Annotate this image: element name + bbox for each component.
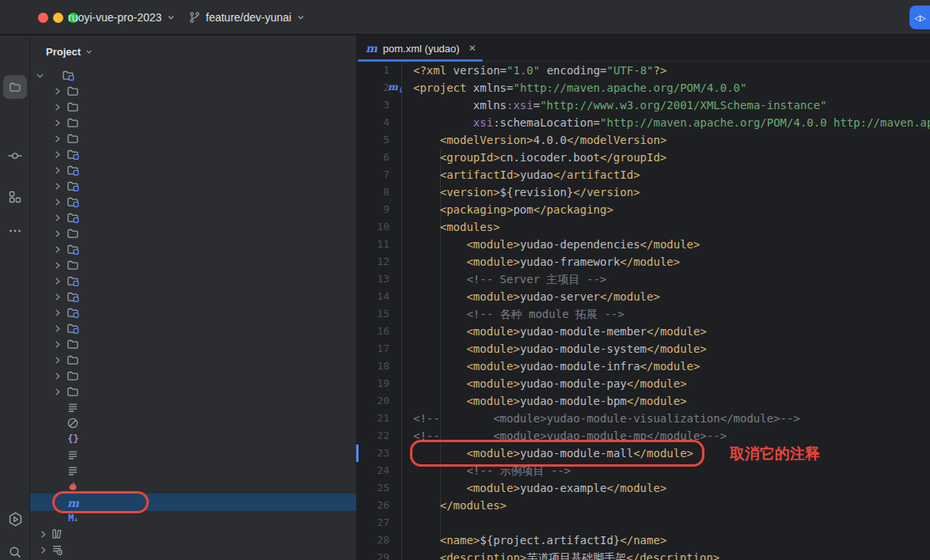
chevron-collapsed-icon[interactable] xyxy=(52,244,63,255)
code-line-7[interactable]: <artifactId>yudao</artifactId> xyxy=(413,166,640,184)
run-tool-icon[interactable] xyxy=(3,507,27,531)
tab-pom-xml[interactable]: m pom.xml (yudao) ✕ xyxy=(358,35,484,62)
tree-item-yudao-module-visualization[interactable] xyxy=(30,305,356,320)
code-line-11[interactable]: <module>yudao-dependencies</module> xyxy=(413,236,700,253)
tree-item-yudao-framework[interactable] xyxy=(30,178,356,194)
code-line-19[interactable]: <module>yudao-module-pay</module> xyxy=(413,375,687,392)
tree-item-yudao-module-bpm[interactable] xyxy=(30,194,356,210)
chevron-collapsed-icon[interactable] xyxy=(38,529,48,539)
code-line-2[interactable]: <project xmlns="http://maven.apache.org/… xyxy=(413,79,746,96)
tree-item-yudao-dependencies[interactable] xyxy=(30,146,356,162)
tree-item-external-libraries[interactable] xyxy=(30,526,356,542)
tree-item-pom-xml[interactable]: m xyxy=(30,494,356,511)
tree-item-bin[interactable] xyxy=(30,115,356,131)
code-line-6[interactable]: <groupId>cn.iocoder.boot</groupId> xyxy=(413,149,666,166)
chevron-collapsed-icon[interactable] xyxy=(52,292,63,302)
chevron-collapsed-icon[interactable] xyxy=(52,260,63,271)
chevron-collapsed-icon[interactable] xyxy=(52,102,63,112)
code-line-12[interactable]: <module>yudao-framework</module> xyxy=(413,253,680,271)
code-line-13[interactable]: <!-- Server 主项目 --> xyxy=(413,271,606,288)
chevron-collapsed-icon[interactable] xyxy=(52,371,63,381)
code-line-10[interactable]: <modules> xyxy=(413,218,500,236)
tree-item-gitignore[interactable] xyxy=(30,415,356,431)
more-tools-icon[interactable] xyxy=(3,219,27,243)
chevron-collapsed-icon[interactable] xyxy=(52,324,63,334)
code-line-14[interactable]: <module>yudao-server</module> xyxy=(413,288,660,305)
tree-item-yudao-ui-app[interactable] xyxy=(30,384,356,399)
code-line-9[interactable]: <packaging>pom</packaging> xyxy=(413,201,613,218)
code-line-29[interactable]: <description>芋道项目基础脚手架</description> xyxy=(413,549,719,560)
tree-item-readme-md[interactable]: M↓ xyxy=(30,510,356,526)
tree-item-gitattributes[interactable] xyxy=(30,399,356,415)
code-line-16[interactable]: <module>yudao-module-member</module> xyxy=(413,323,707,340)
chevron-collapsed-icon[interactable] xyxy=(52,355,63,365)
code-line-8[interactable]: <version>${revision}</version> xyxy=(413,184,640,201)
project-panel-title: Project xyxy=(46,46,81,58)
chevron-collapsed-icon[interactable] xyxy=(38,545,48,555)
code-line-21[interactable]: <!-- <module>yudao-module-visualization<… xyxy=(413,410,800,427)
chevron-collapsed-icon[interactable] xyxy=(52,308,63,318)
tree-item-yudao-ui-admin-vue3[interactable] xyxy=(30,368,356,384)
code-line-3[interactable]: xmlns:xsi="http://www.w3.org/2001/XMLSch… xyxy=(413,96,827,114)
chevron-collapsed-icon[interactable] xyxy=(52,213,63,223)
window-minimize-button[interactable] xyxy=(53,13,63,23)
tree-item-yudao-ui-admin-uniapp[interactable] xyxy=(30,352,356,368)
code-line-25[interactable]: <module>yudao-example</module> xyxy=(413,479,666,497)
chevron-collapsed-icon[interactable] xyxy=(52,118,63,128)
code-line-18[interactable]: <module>yudao-module-infra</module> xyxy=(413,358,700,375)
commit-tool-icon[interactable] xyxy=(3,144,27,168)
tree-item-yudao-module-infra[interactable] xyxy=(30,210,356,225)
maven-sync-gutter-icon[interactable]: m↓ xyxy=(388,79,400,96)
tree-item-yudao-module-mall[interactable] xyxy=(30,225,356,241)
code-line-15[interactable]: <!-- 各种 module 拓展 --> xyxy=(413,305,624,323)
tree-item-scratches-and-consoles[interactable] xyxy=(30,542,356,558)
tree-item-yudao-module-pay[interactable] xyxy=(30,273,356,289)
tree-item-yudao-ui-admin[interactable] xyxy=(30,336,356,352)
tree-item-http-client-env-json[interactable]: {} xyxy=(30,431,356,447)
chevron-collapsed-icon[interactable] xyxy=(52,229,63,239)
window-close-button[interactable] xyxy=(38,13,48,23)
tree-item-yudao-server[interactable] xyxy=(30,320,356,336)
project-panel-header[interactable]: Project xyxy=(46,44,93,59)
search-tool-icon[interactable] xyxy=(3,540,27,560)
chevron-collapsed-icon[interactable] xyxy=(52,197,63,207)
tree-item-yudao-module-mp[interactable] xyxy=(30,257,356,273)
chevron-collapsed-icon[interactable] xyxy=(52,165,63,176)
structure-tool-icon[interactable] xyxy=(3,185,27,209)
tree-item-ruoyi-vue-pro-2023-yudao[interactable] xyxy=(30,67,356,83)
tree-item-jenkinsfile[interactable] xyxy=(30,447,356,463)
code-line-23[interactable]: <module>yudao-module-mall</module> xyxy=(413,445,693,462)
code-line-26[interactable]: </modules> xyxy=(413,497,507,514)
code-line-5[interactable]: <modelVersion>4.0.0</modelVersion> xyxy=(413,131,666,149)
chevron-collapsed-icon[interactable] xyxy=(52,387,63,397)
code-line-1[interactable]: <?xml version="1.0" encoding="UTF-8"?> xyxy=(413,62,666,79)
chevron-collapsed-icon[interactable] xyxy=(52,181,63,191)
chevron-collapsed-icon[interactable] xyxy=(52,149,63,160)
chevron-collapsed-icon[interactable] xyxy=(52,339,63,350)
chevron-expanded-icon[interactable] xyxy=(35,70,45,81)
branch-switcher[interactable]: feature/dev-yunai xyxy=(188,0,306,35)
panel-toggle-button[interactable]: ◁▷ xyxy=(909,6,930,29)
tree-item-lombok-config[interactable] xyxy=(30,479,356,494)
chevron-collapsed-icon[interactable] xyxy=(52,276,63,286)
tree-item-yudao-module-system[interactable] xyxy=(30,289,356,305)
chevron-collapsed-icon[interactable] xyxy=(52,134,63,144)
tree-item-gitee[interactable] xyxy=(30,83,356,99)
tree-item-sql[interactable] xyxy=(30,131,356,146)
tree-item-license[interactable] xyxy=(30,463,356,479)
branch-name-label: feature/dev-yunai xyxy=(206,11,291,24)
tree-item-github[interactable] xyxy=(30,99,356,115)
tree-item-yudao-module-member[interactable] xyxy=(30,241,356,257)
chevron-collapsed-icon[interactable] xyxy=(52,86,63,96)
code-line-28[interactable]: <name>${project.artifactId}</name> xyxy=(413,532,666,549)
code-editor[interactable]: 1<?xml version="1.0" encoding="UTF-8"?>2… xyxy=(356,62,930,560)
tree-item-yudao-example[interactable] xyxy=(30,162,356,178)
code-line-24[interactable]: <!-- 示例项目 --> xyxy=(413,462,571,479)
project-tool-icon[interactable] xyxy=(3,75,27,99)
project-switcher[interactable]: ruoyi-vue-pro-2023 xyxy=(68,0,176,35)
code-line-4[interactable]: xsi:schemaLocation="http://maven.apache.… xyxy=(413,114,930,131)
tab-close-icon[interactable]: ✕ xyxy=(469,43,476,54)
code-line-22[interactable]: <!-- <module>yudao-module-mp</module>--> xyxy=(413,427,727,445)
code-line-20[interactable]: <module>yudao-module-bpm</module> xyxy=(413,392,687,410)
code-line-17[interactable]: <module>yudao-module-system</module> xyxy=(413,340,707,358)
